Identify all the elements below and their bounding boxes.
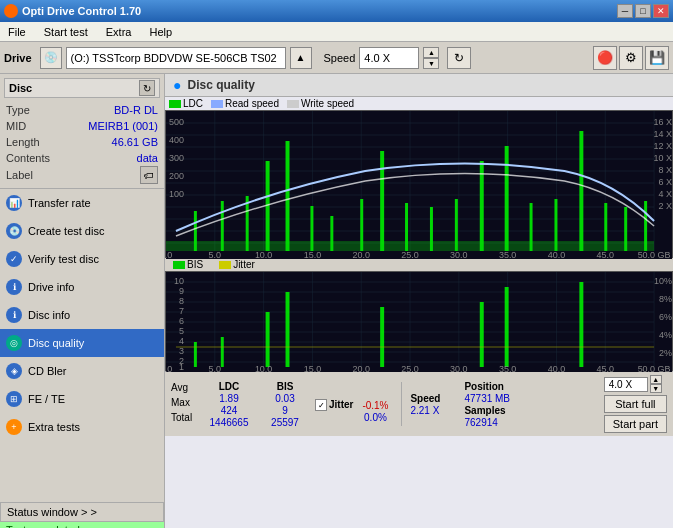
svg-text:50.0 GB: 50.0 GB bbox=[638, 364, 671, 372]
speed-label: Speed bbox=[324, 52, 356, 64]
disc-section: Disc ↻ Type BD-R DL MID MEIRB1 (001) Len… bbox=[0, 74, 164, 189]
svg-text:6%: 6% bbox=[659, 312, 672, 322]
drive-select[interactable]: (O:) TSSTcorp BDDVDW SE-506CB TS02 bbox=[66, 47, 286, 69]
svg-text:4 X: 4 X bbox=[659, 189, 672, 199]
stats-avg-label: Avg bbox=[171, 382, 199, 396]
sidebar-item-cd-bler[interactable]: ◈ CD Bler bbox=[0, 357, 164, 385]
verify-test-disc-icon: ✓ bbox=[6, 251, 22, 267]
speed-select[interactable]: 4.0 X bbox=[359, 47, 419, 69]
disc-mid-label: MID bbox=[6, 118, 26, 134]
stats-ldc-max: 424 bbox=[203, 405, 255, 416]
svg-text:20.0: 20.0 bbox=[353, 364, 370, 372]
svg-rect-92 bbox=[480, 302, 484, 367]
titlebar: Opti Drive Control 1.70 ─ □ ✕ bbox=[0, 0, 673, 22]
drive-eject-button[interactable]: ▲ bbox=[290, 47, 312, 69]
svg-rect-94 bbox=[579, 282, 583, 367]
speed-spinner[interactable]: ▲ ▼ bbox=[423, 47, 439, 69]
settings-button[interactable]: ⚙ bbox=[619, 46, 643, 70]
menu-file[interactable]: File bbox=[4, 25, 30, 39]
stats-samples-header: Samples bbox=[464, 405, 534, 416]
record-button[interactable]: 🔴 bbox=[593, 46, 617, 70]
menu-start-test[interactable]: Start test bbox=[40, 25, 92, 39]
stats-speed-val: 2.21 X bbox=[410, 405, 460, 416]
sidebar-item-drive-info[interactable]: ℹ Drive info bbox=[0, 273, 164, 301]
svg-text:35.0: 35.0 bbox=[499, 250, 516, 259]
legend-bis: BIS bbox=[173, 259, 203, 270]
drive-icon: 💿 bbox=[40, 47, 62, 69]
save-button[interactable]: 💾 bbox=[645, 46, 669, 70]
sidebar-item-create-test-disc[interactable]: 💿 Create test disc bbox=[0, 217, 164, 245]
disc-type-row: Type BD-R DL bbox=[4, 102, 160, 118]
sidebar-item-disc-quality-label: Disc quality bbox=[28, 337, 84, 349]
disc-quality-header: ● Disc quality bbox=[165, 74, 673, 97]
svg-rect-38 bbox=[579, 131, 583, 251]
svg-rect-26 bbox=[286, 141, 290, 251]
svg-text:30.0: 30.0 bbox=[450, 364, 467, 372]
stats-ldc-col: LDC 1.89 424 1446665 bbox=[203, 381, 255, 428]
sidebar-item-verify-test-disc[interactable]: ✓ Verify test disc bbox=[0, 245, 164, 273]
stats-position-col: Position 47731 MB Samples 762914 bbox=[464, 381, 534, 428]
svg-text:400: 400 bbox=[169, 135, 184, 145]
status-window-button[interactable]: Status window > > bbox=[0, 502, 164, 522]
svg-text:45.0: 45.0 bbox=[597, 250, 614, 259]
disc-length-row: Length 46.61 GB bbox=[4, 134, 160, 150]
main-content: ● Disc quality LDC Read speed Write spee… bbox=[165, 74, 673, 528]
svg-text:15.0: 15.0 bbox=[304, 250, 321, 259]
svg-text:45.0: 45.0 bbox=[597, 364, 614, 372]
bis-color-swatch bbox=[173, 261, 185, 269]
minimize-button[interactable]: ─ bbox=[617, 4, 633, 18]
menu-extra[interactable]: Extra bbox=[102, 25, 136, 39]
refresh-button[interactable]: ↻ bbox=[447, 47, 471, 69]
speed-down[interactable]: ▼ bbox=[650, 384, 662, 393]
sidebar-item-fe-te-label: FE / TE bbox=[28, 393, 65, 405]
speed-up-button[interactable]: ▲ bbox=[423, 47, 439, 58]
sidebar-item-disc-quality[interactable]: ◎ Disc quality bbox=[0, 329, 164, 357]
svg-rect-35 bbox=[505, 146, 509, 251]
start-part-button[interactable]: Start part bbox=[604, 415, 667, 433]
stats-bis-header: BIS bbox=[259, 381, 311, 392]
drivebar: Drive 💿 (O:) TSSTcorp BDDVDW SE-506CB TS… bbox=[0, 42, 673, 74]
svg-text:4%: 4% bbox=[659, 330, 672, 340]
sidebar-bottom: Status window > > Test completed bbox=[0, 502, 164, 528]
svg-text:40.0: 40.0 bbox=[548, 250, 565, 259]
svg-text:30.0: 30.0 bbox=[450, 250, 467, 259]
svg-rect-90 bbox=[286, 292, 290, 367]
legend-read-speed: Read speed bbox=[211, 98, 279, 109]
chart-legend-top: LDC Read speed Write speed bbox=[165, 97, 673, 110]
sidebar-item-extra-tests[interactable]: + Extra tests bbox=[0, 413, 164, 441]
main-area: Disc ↻ Type BD-R DL MID MEIRB1 (001) Len… bbox=[0, 74, 673, 528]
sidebar-item-disc-info[interactable]: ℹ Disc info bbox=[0, 301, 164, 329]
start-full-button[interactable]: Start full bbox=[604, 395, 667, 413]
sidebar: Disc ↻ Type BD-R DL MID MEIRB1 (001) Len… bbox=[0, 74, 165, 528]
jitter-label: Jitter bbox=[329, 399, 353, 410]
svg-text:12 X: 12 X bbox=[654, 141, 672, 151]
app-title: Opti Drive Control 1.70 bbox=[22, 5, 141, 17]
extra-tests-icon: + bbox=[6, 419, 22, 435]
close-button[interactable]: ✕ bbox=[653, 4, 669, 18]
stats-jitter-max: 0.0% bbox=[357, 412, 393, 423]
disc-label-button[interactable]: 🏷 bbox=[140, 166, 158, 184]
legend-jitter: Jitter bbox=[219, 259, 255, 270]
sidebar-item-fe-te[interactable]: ⊞ FE / TE bbox=[0, 385, 164, 413]
speed-down-button[interactable]: ▼ bbox=[423, 58, 439, 69]
svg-text:9: 9 bbox=[179, 286, 184, 296]
svg-text:10: 10 bbox=[174, 276, 184, 286]
sidebar-item-transfer-rate-label: Transfer rate bbox=[28, 197, 91, 209]
menu-help[interactable]: Help bbox=[145, 25, 176, 39]
speed-dropdown-arrow[interactable]: ▲ ▼ bbox=[650, 375, 662, 393]
disc-refresh-button[interactable]: ↻ bbox=[139, 80, 155, 96]
svg-text:10.0: 10.0 bbox=[255, 250, 272, 259]
sidebar-item-transfer-rate[interactable]: 📊 Transfer rate bbox=[0, 189, 164, 217]
stats-ldc-total: 1446665 bbox=[203, 417, 255, 428]
legend-ldc: LDC bbox=[169, 98, 203, 109]
jitter-checkbox[interactable]: ✓ bbox=[315, 399, 327, 411]
disc-title: Disc bbox=[9, 82, 32, 94]
svg-text:16 X: 16 X bbox=[654, 117, 672, 127]
speed-up[interactable]: ▲ bbox=[650, 375, 662, 384]
svg-text:6 X: 6 X bbox=[659, 177, 672, 187]
svg-text:8%: 8% bbox=[659, 294, 672, 304]
bis-chart-svg: 10% 8% 6% 4% 2% 10 9 8 7 6 5 4 3 2 bbox=[166, 272, 672, 372]
speed-dropdown[interactable]: 4.0 X bbox=[604, 377, 648, 392]
maximize-button[interactable]: □ bbox=[635, 4, 651, 18]
ldc-chart-svg: 16 X 14 X 12 X 10 X 8 X 6 X 4 X 2 X 500 … bbox=[166, 111, 672, 259]
